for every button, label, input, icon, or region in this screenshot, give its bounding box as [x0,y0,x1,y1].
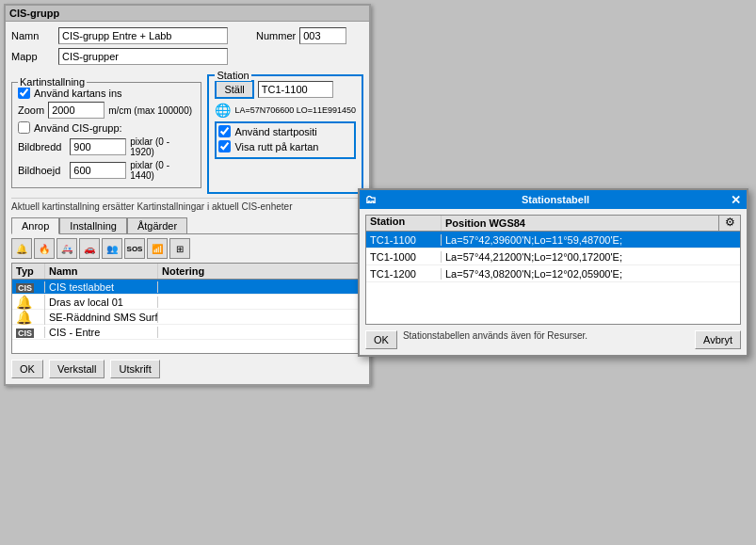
alarm-icon[interactable]: 🔔 [11,238,32,259]
row-name: Dras av local 01 [45,297,158,308]
dialog-cancel-button[interactable]: Avbryt [695,330,741,349]
position-cell: La=57°44,21200'N;Lo=12°00,17200'E; [442,251,740,263]
settings-icon[interactable]: ⚙ [725,216,735,229]
anvand-cis-label: Använd CIS-grupp: [34,122,122,134]
station-input[interactable] [258,81,333,98]
nummer-input[interactable] [299,27,346,44]
main-table: Typ Namn Notering CIS CIS testlabbet 🔔 D… [11,263,363,354]
table-row[interactable]: CIS CIS - Entre [12,325,362,340]
visa-rutt-checkbox[interactable] [218,140,231,152]
tab-anrop[interactable]: Anrop [11,217,59,234]
globe-icon: 🌐 [215,103,231,118]
table-header: Typ Namn Notering [11,263,363,279]
bildhoejd-row: Bildhoejd pixlar (0 - 1440) [18,160,195,181]
visa-rutt-row: Visa rutt på kartan [218,140,352,152]
station-cell: TC1-1200 [366,268,442,280]
dialog-ok-button[interactable]: OK [365,330,397,349]
dialog-col-position: Position WGS84 [442,216,719,231]
sos-icon[interactable]: SOS [124,238,145,259]
namn-input[interactable] [58,27,228,44]
verkstall-button[interactable]: Verkstall [49,360,105,378]
stationstabell-dialog: 🗂 Stationstabell ✕ Station Position WGS8… [358,188,748,357]
group-icon[interactable]: 👥 [102,238,122,259]
dialog-col-icon: ⚙ [719,216,740,231]
type-badge: CIS [16,329,34,338]
alarm-badge: 🔔 [16,295,32,310]
coords-row: 🌐 LA=57N706600 LO=11E991450 [215,103,356,118]
ambulance-icon[interactable]: 🚑 [56,238,77,259]
fire-icon[interactable]: 🔥 [34,238,55,259]
tab-installning[interactable]: Installning [59,217,127,233]
kartinst-note: Aktuell kartinstallning ersätter Kartins… [11,198,363,212]
dialog-icon: 🗂 [365,193,377,206]
signal-icon[interactable]: 📶 [147,238,168,259]
dialog-title: Stationstabell [522,194,589,205]
dialog-footer: OK Stationstabellen används även för Res… [360,325,747,355]
station-group: Station Ställ 🌐 LA=57N706600 LO=11E99145… [207,74,363,194]
anvand-start-checkbox[interactable] [218,125,231,137]
station-cell: TC1-1000 [366,251,442,263]
bildhoejd-label: Bildhoejd [18,165,66,176]
anvand-label: Använd kartans ins [34,88,122,99]
station-title: Station [215,70,250,81]
main-window-title: CIS-grupp [6,6,369,22]
dialog-table-row[interactable]: TC1-1100 La=57°42,39600'N;Lo=11°59,48700… [366,232,740,248]
dialog-table-row[interactable]: TC1-1000 La=57°44,21200'N;Lo=12°00,17200… [366,248,740,265]
dialog-note: Stationstabellen används även för Resurs… [403,330,587,349]
zoom-unit: m/cm (max 100000) [108,105,192,116]
bildbredd-label: Bildbredd [18,141,66,152]
kartinstallning-title: Kartinstallning [18,76,87,88]
tabs-row: Anrop Installning Åtgärder [11,217,363,234]
anvand-cis-checkbox[interactable] [18,121,30,134]
zoom-label: Zoom [18,104,44,116]
toolbar: 🔔 🔥 🚑 🚗 👥 SOS 📶 ⊞ [11,238,363,259]
anvand-checkbox[interactable] [18,87,30,99]
bildhoejd-input[interactable] [70,162,126,179]
zoom-input[interactable] [48,102,105,119]
anvand-check-row: Använd kartans ins [18,87,195,99]
mapp-input[interactable] [58,48,228,65]
namn-row: Namn Nummer [11,27,363,44]
table-row[interactable]: 🔔 Dras av local 01 [12,295,362,310]
anvand-cis-check-row: Använd CIS-grupp: [18,121,195,134]
row-name: SE-Räddnind SMS Surfplatta [45,312,158,323]
car-icon[interactable]: 🚗 [79,238,100,259]
position-cell: La=57°42,39600'N;Lo=11°59,48700'E; [442,234,740,246]
grid-icon[interactable]: ⊞ [169,238,190,259]
station-cell: TC1-1100 [366,234,442,246]
visa-rutt-label: Visa rutt på kartan [234,141,318,152]
table-body: CIS CIS testlabbet 🔔 Dras av local 01 🔔 … [11,279,363,354]
utskrift-button[interactable]: Utskrift [110,360,159,378]
type-badge: CIS [16,283,34,293]
zoom-row: Zoom m/cm (max 100000) [18,102,195,119]
anvand-start-row: Använd startpositi [218,125,352,137]
dialog-col-station: Station [366,216,442,231]
dialog-footer-buttons: OK Stationstabellen används även för Res… [365,330,587,349]
nummer-label: Nummer [256,30,296,41]
row-name: CIS testlabbet [45,281,158,293]
table-row[interactable]: CIS CIS testlabbet [12,280,362,295]
position-cell: La=57°43,08200'N;Lo=12°02,05900'E; [442,268,740,280]
table-row[interactable]: 🔔 SE-Räddnind SMS Surfplatta [12,310,362,325]
station-checkboxes: Använd startpositi Visa rutt på kartan [215,121,356,159]
stall-row: Ställ [215,80,356,99]
bottom-buttons: OK Verkstall Utskrift [11,360,363,378]
dialog-table-row[interactable]: TC1-1200 La=57°43,08200'N;Lo=12°02,05900… [366,265,740,282]
dialog-table-body: TC1-1100 La=57°42,39600'N;Lo=11°59,48700… [365,231,741,325]
table-row[interactable] [12,340,362,354]
bildhoejd-unit: pixlar (0 - 1440) [130,160,195,181]
main-window: CIS-grupp Namn Nummer Mapp Kartinstallni… [4,4,371,386]
col-header-type: Typ [12,264,45,279]
tab-atgarder[interactable]: Åtgärder [127,217,187,233]
dialog-close-button[interactable]: ✕ [731,194,741,206]
mapp-row: Mapp [11,48,363,65]
col-header-name: Namn [45,264,158,279]
bildbredd-input[interactable] [70,138,126,155]
bildbredd-row: Bildbredd pixlar (0 - 1920) [18,136,195,157]
ok-button[interactable]: OK [11,360,43,378]
coords-text: LA=57N706600 LO=11E991450 [234,105,356,115]
dialog-title-bar: 🗂 Stationstabell ✕ [360,190,747,209]
kartinstallning-group: Kartinstallning Använd kartans ins Zoom … [11,82,201,188]
stall-button[interactable]: Ställ [215,80,253,99]
alarm-badge: 🔔 [16,310,32,325]
